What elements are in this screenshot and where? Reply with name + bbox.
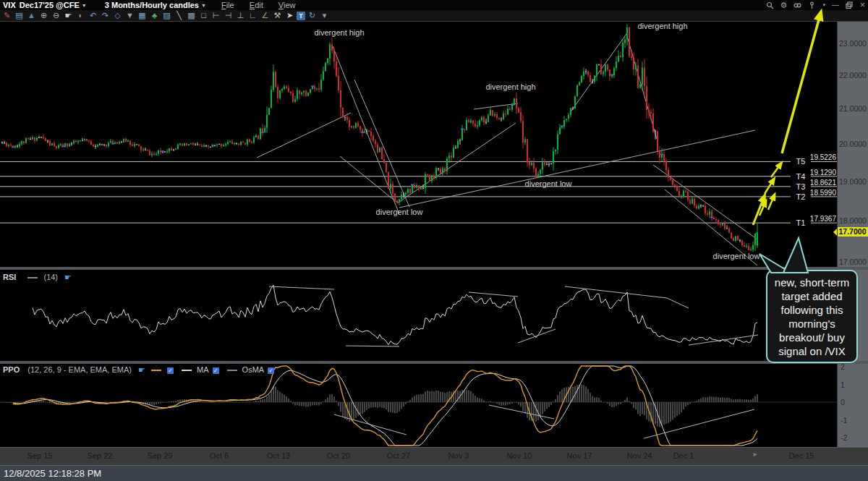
- panel-separator-rsi[interactable]: [0, 267, 868, 270]
- osma-bar: [605, 402, 606, 403]
- trendline-8: [626, 34, 657, 139]
- menu-edit[interactable]: Edit: [250, 1, 263, 9]
- rsi-pointer-hand-icon[interactable]: ☛: [64, 273, 72, 281]
- candle-body: [442, 169, 443, 174]
- pointer-icon[interactable]: ➤: [284, 10, 295, 21]
- osma-bar: [639, 402, 641, 416]
- osma-bar: [73, 402, 75, 403]
- candle-body: [373, 136, 374, 141]
- restore-icon[interactable]: [846, 1, 854, 9]
- osma-bar: [444, 393, 446, 402]
- osma-bar: [620, 402, 621, 404]
- menu-view[interactable]: View: [278, 1, 296, 9]
- candle-body: [631, 56, 632, 58]
- angle2-icon[interactable]: ∠: [260, 10, 271, 21]
- vertical-line-icon[interactable]: ⊥: [235, 10, 246, 21]
- redo-icon[interactable]: ↷: [100, 10, 111, 21]
- contract-label[interactable]: Dec17'25 @CFE: [20, 1, 80, 9]
- refresh-caret-icon[interactable]: ▾: [319, 10, 330, 21]
- zoom-in-icon[interactable]: ⊕: [38, 10, 49, 21]
- minimize-icon[interactable]: —: [832, 0, 839, 10]
- menu-file[interactable]: File: [221, 1, 234, 9]
- divergence-label: divergent low: [525, 179, 572, 188]
- candle-body: [366, 131, 367, 132]
- candle-body: [425, 174, 426, 188]
- osma-bar: [737, 399, 739, 402]
- polygon-icon[interactable]: ◇: [112, 10, 123, 21]
- candle-body: [266, 115, 268, 128]
- candle-body: [271, 90, 272, 108]
- osma-bar: [718, 397, 719, 402]
- chart-canvas[interactable]: T519.5226T419.1290T318.8621T218.5990T117…: [0, 0, 868, 481]
- osma-bar: [429, 391, 430, 402]
- interval-caret-icon[interactable]: ▼: [201, 3, 206, 8]
- candle-body: [93, 145, 94, 146]
- settlement-mark: [12, 147, 14, 148]
- globe-icon[interactable]: ◐: [75, 10, 86, 21]
- osma-bar: [218, 402, 220, 403]
- candle-body: [668, 170, 669, 177]
- candle-body: [388, 172, 389, 189]
- candle-body: [344, 116, 346, 117]
- link-icon[interactable]: [793, 1, 801, 9]
- candle-body: [657, 131, 658, 150]
- pin-caret-icon[interactable]: ▾: [822, 0, 825, 10]
- candle-body: [618, 56, 619, 61]
- candle-body: [164, 152, 166, 153]
- osma-bar: [683, 402, 684, 409]
- pin-icon[interactable]: [808, 1, 816, 9]
- panel-separator-ppo[interactable]: [0, 361, 868, 364]
- extend-left-icon[interactable]: ⊢: [210, 10, 221, 21]
- refresh-icon[interactable]: ↻: [307, 10, 318, 21]
- hatch-icon[interactable]: ▨: [161, 10, 172, 21]
- divergence-label: divergent high: [485, 82, 535, 91]
- contract-caret-icon[interactable]: ▼: [82, 3, 87, 8]
- mountain-icon[interactable]: ▲: [26, 10, 37, 21]
- candle-body: [110, 141, 111, 143]
- channel-icon[interactable]: ▩: [186, 10, 197, 21]
- osma-bar: [403, 402, 404, 406]
- extend-right-icon[interactable]: ⊣: [223, 10, 234, 21]
- osma-bar: [10, 402, 12, 403]
- osma-bar: [355, 402, 357, 418]
- settlement-mark: [261, 132, 264, 133]
- angle-icon[interactable]: ∟: [247, 10, 258, 21]
- pattern-grid-icon[interactable]: ▦: [137, 10, 148, 21]
- candle-body: [379, 148, 380, 152]
- settlement-mark: [161, 151, 164, 153]
- osma-bar: [668, 402, 669, 423]
- ppo-pointer-hand-icon[interactable]: ☛: [138, 365, 145, 374]
- close-icon[interactable]: ×: [860, 0, 865, 10]
- candle-body: [596, 64, 597, 76]
- candle-body: [284, 87, 285, 89]
- pan-hand-icon[interactable]: ☛: [63, 10, 74, 21]
- callout-annotation[interactable]: new, short-term target added following t…: [766, 270, 858, 363]
- candle-body: [106, 145, 107, 146]
- wrench-icon[interactable]: ⚒: [272, 10, 283, 21]
- divergence-label: divergent high: [637, 22, 687, 30]
- candle-body: [663, 155, 665, 161]
- text-icon[interactable]: T: [297, 12, 305, 20]
- undo-icon[interactable]: ↶: [88, 10, 98, 21]
- chart-grid-icon[interactable]: ▤: [14, 10, 25, 21]
- trendline-icon[interactable]: ╲: [174, 10, 184, 21]
- ppo-checkbox[interactable]: ✓: [167, 367, 174, 374]
- rectangle-icon[interactable]: □: [198, 10, 209, 21]
- ppo-ma-checkbox[interactable]: ✓: [213, 367, 219, 374]
- osma-bar: [253, 401, 255, 402]
- osma-bar: [212, 402, 213, 403]
- search-icon[interactable]: [766, 1, 774, 9]
- tools-caret-icon[interactable]: ▼: [124, 10, 135, 21]
- osma-bar: [644, 402, 645, 415]
- pencil-icon[interactable]: ✎: [1, 10, 12, 21]
- osma-bar: [433, 391, 435, 402]
- candle-body: [169, 148, 170, 151]
- zoom-out-icon[interactable]: ⊖: [51, 10, 61, 21]
- candle-body: [642, 68, 643, 85]
- ppo-osma-checkbox[interactable]: ✓: [268, 367, 274, 374]
- candle-body: [307, 93, 309, 96]
- gear-icon[interactable]: ⚙: [780, 0, 788, 10]
- interval-selector[interactable]: 3 Months/Hourly candles: [105, 1, 199, 9]
- candle-body: [455, 148, 456, 148]
- leaf-icon[interactable]: ♣: [149, 10, 160, 21]
